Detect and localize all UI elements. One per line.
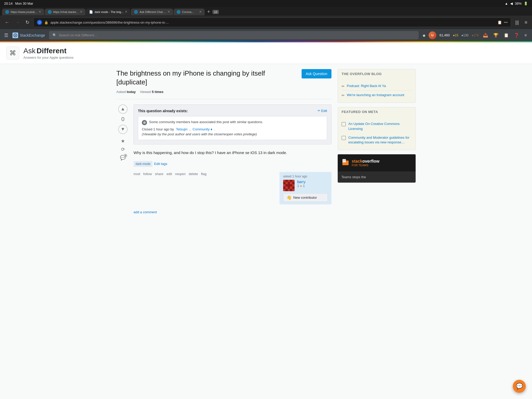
- edit-post-link[interactable]: edit: [167, 172, 172, 176]
- blog-instagram-text: We're launching an Instagram account: [347, 93, 404, 97]
- site-tagline: Answers for your Apple questions: [23, 56, 74, 59]
- achievements-button[interactable]: 🏆: [492, 32, 500, 39]
- user-avatar[interactable]: U: [429, 31, 436, 39]
- tab-ask-different[interactable]: 🌐 Ask Different Chat ... ✕: [131, 9, 173, 15]
- address-field[interactable]: ⬡ 🔒 apple.stackexchange.com/questions/38…: [34, 18, 511, 27]
- edit-tags-link[interactable]: Edit tags: [154, 162, 167, 166]
- meta-divider: [116, 99, 331, 99]
- se-header: ☰ StackExchange 🔍 Search on Ask Differen…: [0, 29, 532, 41]
- downvote-button[interactable]: ▼: [118, 125, 128, 134]
- ask-question-button[interactable]: Ask Question: [302, 69, 331, 78]
- inbox-button[interactable]: 📥: [482, 32, 489, 39]
- url-text: apple.stackexchange.com/questions/386696…: [50, 21, 495, 24]
- new-tab-button[interactable]: +: [205, 8, 212, 16]
- history-button[interactable]: ⟳: [121, 147, 125, 152]
- different-label: Different: [37, 47, 66, 55]
- comment-bubble[interactable]: 💬 2: [120, 155, 126, 161]
- se-logo[interactable]: StackExchange: [12, 32, 45, 38]
- post-links: mod follow share edit reopen delete flag: [134, 172, 207, 176]
- review-button[interactable]: 📋: [503, 32, 510, 39]
- blog-podcast-text: Podcast: Right Back At Ya: [347, 84, 386, 88]
- username[interactable]: barry: [297, 180, 328, 184]
- tab-dark-mode-close[interactable]: ✕: [125, 10, 127, 14]
- address-icons: 📋 •••: [497, 20, 508, 24]
- tab-chat-stack[interactable]: 🌐 https://chat.stacke... ✕: [45, 9, 86, 15]
- tag-dark-mode[interactable]: dark-mode: [134, 161, 152, 167]
- tab-corona[interactable]: 🌐 Corona... ✕: [174, 9, 205, 15]
- delete-link[interactable]: delete: [189, 172, 198, 176]
- se-logo-icon: [12, 32, 18, 38]
- question-title: The brightness on my iPhone is changing …: [116, 69, 296, 87]
- post-actions: mod follow share edit reopen delete flag…: [134, 172, 331, 204]
- user-card-asked: asked 1 hour ago: [283, 175, 328, 178]
- overflow-blog-body: ✏ Podcast: Right Back At Ya ✏ We're laun…: [338, 78, 415, 103]
- menu-icon[interactable]: ≡: [523, 19, 529, 26]
- closed-by-community[interactable]: Community ♦: [192, 127, 212, 131]
- blog-item-podcast[interactable]: ✏ Podcast: Right Back At Ya: [342, 82, 412, 90]
- so-teams-body-text: Teams stops the: [341, 175, 366, 179]
- bookmark-button[interactable]: ★: [121, 138, 125, 144]
- meta-checkbox-1: [342, 122, 346, 126]
- reopen-link[interactable]: reopen: [175, 172, 185, 176]
- tab-corona-icon: 🌐: [177, 10, 181, 14]
- meta-checkbox-2: [342, 136, 346, 140]
- reader-icon[interactable]: 📋: [497, 20, 502, 24]
- back-button[interactable]: ←: [3, 19, 11, 26]
- gold-badge: ●15: [453, 34, 458, 37]
- tab-chat-close[interactable]: ✕: [80, 10, 82, 14]
- help-button[interactable]: ❓: [513, 32, 520, 39]
- extra-tab-count[interactable]: 12: [212, 10, 219, 14]
- tab-dark-mode-icon: 📄: [89, 10, 93, 14]
- bitwarden-icon: ⬡: [37, 20, 42, 25]
- tab-youtube[interactable]: 🌐 https://www.youtub... ✕: [2, 9, 44, 15]
- hamburger-button[interactable]: ☰: [4, 32, 8, 38]
- user-rep: 1 ● 1: [297, 184, 328, 188]
- share-link[interactable]: share: [155, 172, 164, 176]
- so-teams-header: stackoverflow FOR TEAMS: [338, 154, 416, 171]
- duplicate-notice-header: This question already exists: ✏ Edit: [138, 109, 327, 113]
- svg-point-1: [15, 35, 16, 36]
- meta-item-creative-commons[interactable]: An Update On Creative Commons Licensing: [342, 119, 412, 133]
- tab-ask-diff-icon: 🌐: [134, 10, 138, 14]
- bookmarks-icon[interactable]: |||: [514, 19, 520, 26]
- blog-instagram-icon: ✏: [342, 93, 345, 97]
- so-teams-title-block: stackoverflow FOR TEAMS: [352, 159, 380, 167]
- tab-ask-diff-close[interactable]: ✕: [168, 10, 170, 14]
- bronze-badge: ●178: [471, 34, 478, 37]
- more-button[interactable]: ≡: [523, 32, 528, 39]
- tab-corona-close[interactable]: ✕: [199, 10, 202, 14]
- comment-count: 2: [124, 154, 127, 157]
- question-content: This question already exists: ✏ Edit ⊘ S…: [134, 104, 331, 214]
- user-info: barry 1 ● 1: [297, 180, 328, 188]
- browser-chrome: 🌐 https://www.youtub... ✕ 🌐 https://chat…: [0, 7, 532, 29]
- mod-link[interactable]: mod: [134, 172, 140, 176]
- blog-item-instagram[interactable]: ✏ We're launching an Instagram account: [342, 90, 412, 99]
- tab-dark-mode[interactable]: 📄 dark mode - The brig... ✕: [86, 9, 130, 15]
- add-comment-link[interactable]: add a comment: [134, 210, 157, 214]
- hand-wave-icon: 👋: [287, 195, 292, 200]
- user-card: asked 1 hour ago barry: [280, 172, 331, 204]
- meta-item-community-guidelines[interactable]: Community and Moderator guidelines for e…: [342, 133, 412, 147]
- tab-youtube-close[interactable]: ✕: [39, 10, 41, 14]
- more-icon[interactable]: •••: [504, 20, 508, 24]
- question-column: The brightness on my iPhone is changing …: [116, 69, 331, 214]
- upvote-button[interactable]: ▲: [118, 104, 128, 114]
- status-left: 20:14 Mon 30 Mar: [4, 2, 33, 5]
- rep-bullet: ●: [300, 184, 302, 188]
- edit-link[interactable]: ✏ Edit: [318, 109, 327, 113]
- reload-button[interactable]: ↻: [24, 18, 31, 26]
- tags-row: dark-mode Edit tags: [134, 161, 331, 167]
- closed-by-tetsujin[interactable]: Tetsujin: [176, 127, 188, 131]
- closed-by-text: Closed 1 hour ago by Tetsujin, Community…: [142, 127, 323, 131]
- follow-link[interactable]: follow: [143, 172, 152, 176]
- duplicate-notice: This question already exists: ✏ Edit ⊘ S…: [134, 104, 331, 144]
- question-title-row: The brightness on my iPhone is changing …: [116, 69, 331, 87]
- site-logo-icon[interactable]: ⌘: [6, 46, 19, 59]
- search-box[interactable]: 🔍 Search on Ask Different...: [49, 31, 418, 39]
- forward-button[interactable]: →: [14, 19, 21, 26]
- flag-link[interactable]: flag: [201, 172, 207, 176]
- overflow-blog-header: The Overflow Blog: [338, 69, 415, 78]
- battery-icon: 🔋: [524, 2, 528, 5]
- site-name-block: Ask Different Answers for your Apple que…: [23, 47, 74, 59]
- lock-icon: 🔒: [44, 21, 48, 24]
